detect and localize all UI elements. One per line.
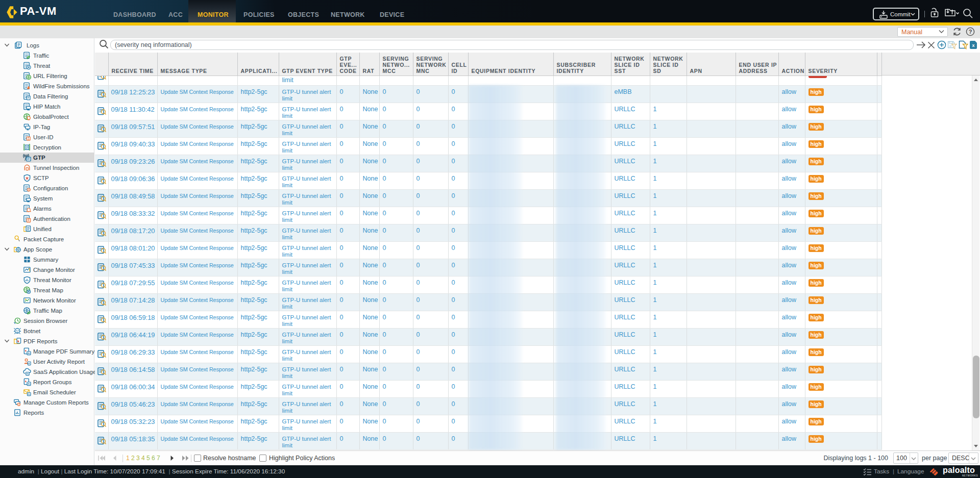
svg-text:x: x xyxy=(972,43,974,48)
svg-text:?: ? xyxy=(969,29,972,35)
